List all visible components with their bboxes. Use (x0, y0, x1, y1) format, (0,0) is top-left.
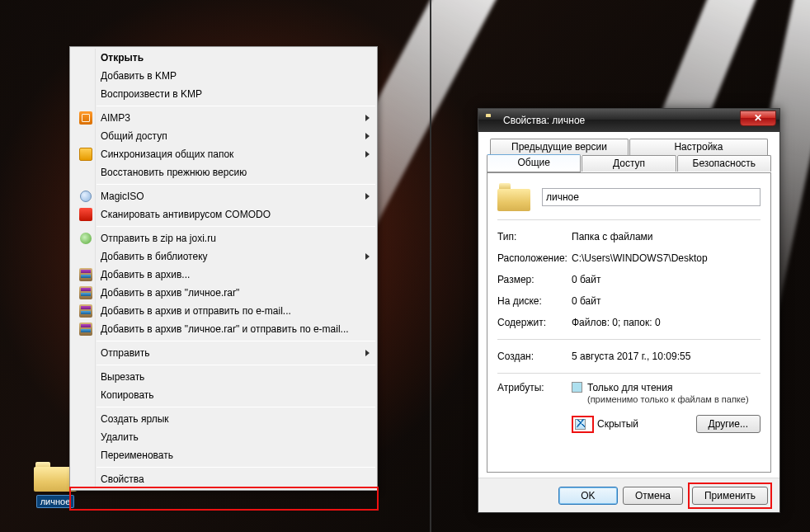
menu-label: Добавить в архив и отправить по e-mail..… (101, 305, 291, 317)
tab-sharing[interactable]: Доступ (582, 155, 676, 172)
submenu-arrow-icon (365, 350, 370, 356)
cancel-button[interactable]: Отмена (623, 487, 683, 505)
menu-restore-prev[interactable]: Восстановить прежнюю версию (72, 163, 375, 181)
menu-delete[interactable]: Удалить (72, 428, 375, 446)
menu-properties[interactable]: Свойства (72, 470, 375, 488)
submenu-arrow-icon (365, 133, 370, 139)
menu-label: Добавить в архив "личное.rar" (101, 287, 239, 299)
label-size-on-disk: На диске: (497, 295, 572, 307)
ok-button[interactable]: OK (558, 487, 618, 505)
menu-label: Копировать (101, 389, 154, 401)
menu-sync-shared[interactable]: Синхронизация общих папок (72, 145, 375, 163)
menu-add-kmp[interactable]: Добавить в KMP (72, 67, 375, 85)
winrar-icon (79, 268, 92, 281)
label-size: Размер: (497, 274, 572, 285)
checkbox-hidden[interactable] (575, 419, 586, 430)
folder-large-icon (497, 183, 530, 211)
separator (497, 339, 761, 340)
joxi-icon (80, 233, 92, 244)
menu-label: AIMP3 (101, 112, 130, 124)
menu-label: Восстановить прежнюю версию (101, 167, 247, 178)
menu-add-archive-email[interactable]: Добавить в архив и отправить по e-mail..… (72, 302, 375, 320)
context-menu: Открыть Добавить в KMP Воспроизвести в K… (69, 46, 378, 491)
menu-label: Добавить в архив... (101, 269, 190, 280)
menu-label: Удалить (101, 431, 139, 443)
sync-icon (79, 148, 92, 161)
highlight-apply: Применить (688, 483, 772, 509)
menu-label: Открыть (101, 52, 144, 64)
value-contains: Файлов: 0; папок: 0 (572, 317, 761, 328)
separator (72, 103, 375, 109)
menu-send-to[interactable]: Отправить (72, 344, 375, 362)
menu-create-shortcut[interactable]: Создать ярлык (72, 410, 375, 428)
hidden-label: Скрытый (597, 418, 638, 430)
menu-label: Общий доступ (101, 130, 167, 142)
menu-share[interactable]: Общий доступ (72, 127, 375, 145)
label-attributes: Атрибуты: (497, 382, 572, 393)
dialog-buttons: OK Отмена Применить (478, 478, 779, 512)
winrar-icon (79, 286, 92, 299)
menu-label: Добавить в архив "личное.rar" и отправит… (101, 323, 349, 335)
separator (72, 404, 375, 410)
tab-customize[interactable]: Настройка (629, 139, 768, 155)
folder-name-input[interactable] (542, 188, 761, 206)
apply-button[interactable]: Применить (692, 487, 768, 505)
separator (72, 338, 375, 344)
desktop-folder-label: личное (36, 495, 75, 508)
tab-content-general: Тип: Папка с файлами Расположение: C:\Us… (487, 172, 771, 473)
tab-previous-versions[interactable]: Предыдущие версии (490, 139, 629, 155)
menu-label: Воспроизвести в KMP (101, 88, 202, 100)
magiciso-icon (80, 191, 92, 202)
menu-aimp3[interactable]: AIMP3 (72, 109, 375, 127)
label-type: Тип: (497, 231, 572, 242)
menu-label: Добавить в библиотеку (101, 251, 208, 262)
menu-add-archive[interactable]: Добавить в архив... (72, 266, 375, 284)
label-created: Создан: (497, 351, 572, 362)
menu-copy[interactable]: Копировать (72, 386, 375, 404)
menu-send-zip-joxi[interactable]: Отправить в zip на joxi.ru (72, 229, 375, 247)
comodo-icon (79, 208, 92, 221)
tab-general[interactable]: Общие (487, 154, 581, 172)
tab-strip: Предыдущие версии Настройка Общие Доступ… (487, 139, 771, 173)
menu-label: Отправить в zip на joxi.ru (101, 233, 216, 244)
close-button[interactable]: ✕ (740, 111, 776, 126)
submenu-arrow-icon (365, 151, 370, 158)
separator (72, 224, 375, 229)
menu-add-library[interactable]: Добавить в библиотеку (72, 247, 375, 266)
menu-label: Синхронизация общих папок (101, 148, 233, 160)
menu-label: Сканировать антивирусом COMODO (101, 209, 271, 220)
value-created: 5 августа 2017 г., 10:09:55 (572, 351, 761, 362)
menu-play-kmp[interactable]: Воспроизвести в KMP (72, 85, 375, 103)
menu-open[interactable]: Открыть (72, 49, 375, 67)
value-size: 0 байт (572, 274, 761, 285)
submenu-arrow-icon (365, 115, 370, 121)
menu-label: Свойства (101, 473, 144, 485)
tab-security[interactable]: Безопасность (677, 155, 771, 172)
menu-add-archive-named[interactable]: Добавить в архив "личное.rar" (72, 284, 375, 302)
highlight-hidden-checkbox (572, 416, 594, 433)
label-location: Расположение: (497, 252, 572, 264)
readonly-note: (применимо только к файлам в папке) (587, 394, 749, 404)
close-icon: ✕ (754, 112, 762, 124)
value-type: Папка с файлами (572, 231, 761, 242)
menu-magiciso[interactable]: MagicISO (72, 187, 375, 205)
menu-cut[interactable]: Вырезать (72, 368, 375, 386)
menu-label: Отправить (101, 347, 150, 359)
menu-scan-comodo[interactable]: Сканировать антивирусом COMODO (72, 205, 375, 224)
separator (72, 181, 375, 187)
menu-rename[interactable]: Переименовать (72, 446, 375, 464)
winrar-icon (79, 304, 92, 318)
other-attributes-button[interactable]: Другие... (696, 415, 761, 433)
separator (497, 373, 761, 374)
menu-label: Вырезать (101, 371, 144, 383)
label-contains: Содержит: (497, 317, 572, 328)
menu-label: MagicISO (101, 191, 144, 202)
dialog-titlebar[interactable]: Свойства: личное ✕ (478, 109, 779, 132)
separator (72, 362, 375, 368)
menu-add-archive-named-email[interactable]: Добавить в архив "личное.rar" и отправит… (72, 320, 375, 338)
menu-label: Создать ярлык (101, 413, 169, 425)
checkbox-readonly[interactable] (572, 382, 582, 393)
readonly-label: Только для чтения (587, 382, 672, 393)
value-size-on-disk: 0 байт (572, 295, 761, 307)
dialog-title: Свойства: личное (503, 115, 585, 126)
